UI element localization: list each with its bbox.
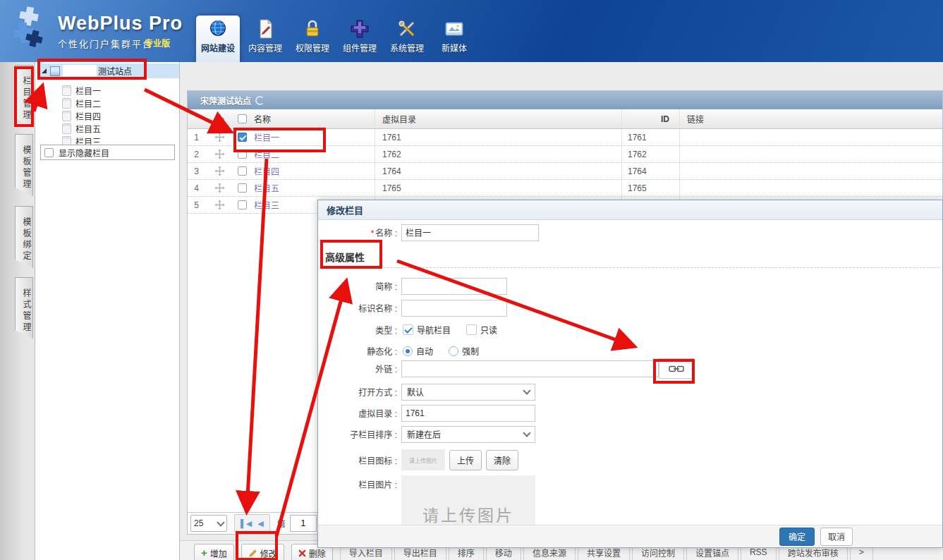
tree-site-node[interactable]: 测试站点 <box>39 63 179 78</box>
force-option-label: 强制 <box>462 345 479 357</box>
link-picker-button[interactable] <box>659 358 694 379</box>
open-mode-label: 打开方式 <box>318 386 397 398</box>
sidetab-template-binding[interactable]: 模板绑定 <box>15 206 33 268</box>
chevron-down-icon <box>523 386 530 394</box>
row-number: 4 <box>188 183 205 193</box>
row-checkbox[interactable] <box>238 200 247 209</box>
col-header-link[interactable]: 链接 <box>679 109 942 128</box>
form-row-extlink: 外链 <box>318 359 942 378</box>
select-all-cell <box>233 114 251 123</box>
identifier-input[interactable] <box>401 300 507 317</box>
row-checkbox[interactable] <box>238 183 247 193</box>
cancel-button[interactable]: 取消 <box>820 528 853 546</box>
sidetab-template-management[interactable]: 模板管理 <box>15 134 33 196</box>
tree-item-column1[interactable]: 栏目一 <box>62 84 101 97</box>
top-nav: 网站建设 内容管理 权限管理 组件管理 <box>196 0 480 62</box>
row-checkbox[interactable] <box>238 133 247 142</box>
move-cell[interactable] <box>205 166 233 176</box>
modify-button[interactable]: 修改 <box>241 544 284 560</box>
open-mode-select[interactable]: 默认 <box>401 384 535 401</box>
auto-radio[interactable] <box>403 346 413 356</box>
column-doc-icon <box>62 111 71 121</box>
table-row: 2 栏目二 1762 1762 <box>188 146 942 163</box>
show-hidden-label: 显示隐藏栏目 <box>59 147 109 159</box>
sidetab-column-management[interactable]: 栏目管理 <box>15 65 33 127</box>
id-cell: 1762 <box>621 146 679 162</box>
nav-item-permission[interactable]: 权限管理 <box>291 16 334 62</box>
tree-expand-caret-icon[interactable] <box>42 68 47 73</box>
tree-item-column4[interactable]: 栏目四 <box>62 109 101 122</box>
subsort-select[interactable]: 新建在后 <box>401 426 535 443</box>
logo-title: WebPlus Pro <box>58 13 183 35</box>
column-name-link[interactable]: 栏目五 <box>254 184 279 194</box>
tools-icon <box>396 18 418 39</box>
move-cell[interactable] <box>205 149 233 159</box>
show-hidden-checkbox[interactable] <box>44 148 54 157</box>
vdir-label: 虚拟目录 <box>318 407 397 419</box>
form-row-identifier: 标识名称 <box>318 298 942 317</box>
col-header-name[interactable]: 名称 <box>251 113 375 125</box>
column-name-link[interactable]: 栏目一 <box>254 133 279 143</box>
panel-title: 宋萍测试站点 <box>200 95 251 106</box>
image-upload-placeholder[interactable]: 请上传图片 <box>401 475 535 526</box>
row-number: 3 <box>188 166 205 176</box>
tree-item-column5[interactable]: 栏目五 <box>62 122 101 135</box>
nav-item-site-build[interactable]: 网站建设 <box>196 16 240 62</box>
page-number-input[interactable] <box>290 515 317 532</box>
row-number: 1 <box>188 133 205 142</box>
section-divider <box>324 267 939 268</box>
move-cell[interactable] <box>205 183 233 193</box>
tree-item-column2[interactable]: 栏目二 <box>62 97 101 109</box>
tree-item-label: 栏目四 <box>75 110 101 122</box>
row-checkbox[interactable] <box>238 166 247 176</box>
page-size-select[interactable]: 25 <box>190 515 227 532</box>
nav-label: 内容管理 <box>248 42 282 54</box>
name-input[interactable] <box>401 224 539 241</box>
column-name-link[interactable]: 栏目四 <box>254 167 279 177</box>
document-icon <box>255 18 276 39</box>
nav-label: 系统管理 <box>390 42 424 54</box>
first-page-button[interactable]: ▌◀ <box>241 519 252 528</box>
vdir-cell: 1762 <box>375 146 621 162</box>
app-header: WebPlus Pro 个性化门户集群平台 专业版 网站建设 内容管理 <box>0 0 943 62</box>
dialog-title: 修改栏目 <box>327 203 363 217</box>
move-cell[interactable] <box>205 200 233 210</box>
nav-column-checkbox[interactable] <box>403 324 413 335</box>
nav-label: 网站建设 <box>201 42 235 54</box>
column-doc-icon <box>62 85 71 96</box>
nav-item-system[interactable]: 系统管理 <box>385 16 429 62</box>
modify-column-dialog: 修改栏目 *名称 高级属性 简称 标识名称 类型 导航栏目 只读 静态化 自动 … <box>317 200 943 548</box>
table-header-row: 名称 虚拟目录 ID 链接 <box>188 109 942 129</box>
row-checkbox[interactable] <box>238 150 247 159</box>
col-header-id[interactable]: ID <box>621 109 679 128</box>
site-icon <box>50 66 60 76</box>
vdir-cell: 1764 <box>375 163 621 179</box>
prev-page-button[interactable]: ◀ <box>257 519 263 528</box>
nav-label: 新媒体 <box>442 42 467 54</box>
tree-item-label: 栏目二 <box>75 97 101 109</box>
col-header-vdir[interactable]: 虚拟目录 <box>375 109 621 128</box>
column-name-link[interactable]: 栏目二 <box>254 150 279 160</box>
media-icon <box>444 18 465 39</box>
clear-button[interactable]: 清除 <box>486 450 518 470</box>
short-name-input[interactable] <box>401 278 507 295</box>
nav-item-content[interactable]: 内容管理 <box>243 16 287 62</box>
ok-button[interactable]: 确定 <box>779 528 815 546</box>
add-button[interactable]: + 增加 <box>194 544 234 560</box>
refresh-icon[interactable] <box>255 96 264 105</box>
force-radio[interactable] <box>449 346 458 356</box>
page-prefix: 第 <box>277 518 286 530</box>
nav-item-newmedia[interactable]: 新媒体 <box>432 16 476 62</box>
column-doc-icon <box>62 98 71 109</box>
nav-item-components[interactable]: 组件管理 <box>338 16 382 62</box>
upload-button[interactable]: 上传 <box>449 450 482 470</box>
move-cell[interactable] <box>205 132 233 142</box>
extlink-input[interactable] <box>401 360 659 377</box>
type-label: 类型 <box>318 324 397 336</box>
column-name-link[interactable]: 栏目三 <box>254 201 279 211</box>
extlink-label: 外链 <box>318 363 397 375</box>
select-all-checkbox[interactable] <box>238 114 247 123</box>
vdir-input[interactable] <box>401 405 535 422</box>
readonly-checkbox[interactable] <box>466 324 477 335</box>
sidetab-style-management[interactable]: 样式管理 <box>15 277 33 339</box>
